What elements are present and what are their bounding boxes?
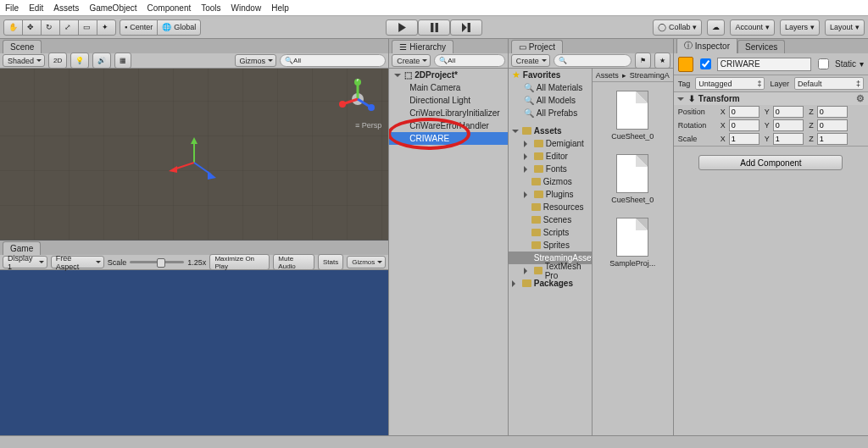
rotation-y[interactable] xyxy=(773,119,804,131)
game-maximize-toggle[interactable]: Maximize On Play xyxy=(209,254,270,270)
tab-hierarchy[interactable]: ☰ Hierarchy xyxy=(392,40,453,53)
pivot-center[interactable]: ▪Center xyxy=(120,19,158,36)
game-display-dropdown[interactable]: Display 1 xyxy=(3,256,47,268)
game-gizmos-dropdown[interactable]: Gizmos xyxy=(347,256,386,268)
layout-dropdown[interactable]: Layout ▾ xyxy=(825,19,865,36)
project-create-dropdown[interactable]: Create xyxy=(511,54,550,67)
component-header[interactable]: ⬇ Transform⚙ xyxy=(674,92,868,105)
hierarchy-item[interactable]: CriWareLibraryInitializer xyxy=(389,107,507,119)
asset-folder[interactable]: Sprites xyxy=(509,239,592,252)
menu-gameobject[interactable]: GameObject xyxy=(89,3,136,13)
favorite-item[interactable]: 🔍All Materials xyxy=(509,81,592,94)
project-asset[interactable]: CueSheet_0 xyxy=(615,91,650,141)
gameobject-name-field[interactable]: CRIWARE xyxy=(717,58,811,71)
transform-gizmo[interactable] xyxy=(169,137,220,188)
scale-x[interactable] xyxy=(729,133,760,145)
game-stats-toggle[interactable]: Stats xyxy=(318,254,343,270)
position-y[interactable] xyxy=(773,106,804,118)
asset-folder[interactable]: TextMesh Pro xyxy=(509,264,592,277)
menu-file[interactable]: File xyxy=(5,3,19,13)
position-x[interactable] xyxy=(729,106,760,118)
scene-light-toggle[interactable]: 💡 xyxy=(70,53,89,69)
scene-shading-dropdown[interactable]: Shaded xyxy=(3,54,45,67)
position-z[interactable] xyxy=(817,106,848,118)
game-aspect-dropdown[interactable]: Free Aspect xyxy=(51,256,104,268)
orientation-gizmo[interactable]: y xyxy=(337,79,378,119)
rotation-z[interactable] xyxy=(817,119,848,131)
asset-folder[interactable]: Editor xyxy=(509,150,592,163)
asset-folder[interactable]: Resources xyxy=(509,201,592,213)
assets-root[interactable]: Assets xyxy=(509,124,592,137)
add-component-button[interactable]: Add Component xyxy=(698,155,843,170)
tag-dropdown[interactable]: Untagged‡ xyxy=(695,77,765,90)
hierarchy-scene-root[interactable]: ⬚ 2DProject* xyxy=(389,69,507,81)
breadcrumb-item[interactable]: Assets xyxy=(596,71,619,80)
pivot-global[interactable]: 🌐Global xyxy=(157,19,201,36)
pause-button[interactable] xyxy=(418,19,450,36)
active-checkbox[interactable] xyxy=(700,58,711,69)
hierarchy-item[interactable]: Main Camera xyxy=(389,81,507,94)
game-view[interactable] xyxy=(0,270,388,435)
project-tree[interactable]: ★Favorites 🔍All Materials 🔍All Models 🔍A… xyxy=(509,69,593,435)
hierarchy-search[interactable]: 🔍All xyxy=(434,54,504,67)
hand-tool[interactable]: ✋ xyxy=(3,19,23,36)
game-mute-toggle[interactable]: Mute Audio xyxy=(273,254,314,270)
scene-2d-toggle[interactable]: 2D xyxy=(48,53,67,69)
gear-icon[interactable]: ⚙ xyxy=(856,93,865,104)
scale-tool[interactable]: ⤢ xyxy=(59,19,79,36)
rotation-x[interactable] xyxy=(729,119,760,131)
hierarchy-item[interactable]: CriWareErrorHandler xyxy=(389,119,507,132)
static-checkbox[interactable] xyxy=(818,58,829,69)
gameobject-icon[interactable] xyxy=(678,57,693,72)
scale-y[interactable] xyxy=(773,133,804,145)
scene-fx-toggle[interactable]: ▦ xyxy=(114,53,131,69)
asset-folder[interactable]: Gizmos xyxy=(509,175,592,188)
hierarchy-item[interactable]: Directional Light xyxy=(389,94,507,107)
tab-services[interactable]: Services xyxy=(737,40,785,53)
asset-folder[interactable]: Fonts xyxy=(509,163,592,175)
menu-edit[interactable]: Edit xyxy=(29,3,43,13)
multi-tool[interactable]: ✦ xyxy=(97,19,116,36)
hierarchy-tree[interactable]: ⬚ 2DProject* Main Camera Directional Lig… xyxy=(389,69,507,435)
hierarchy-item-selected[interactable]: CRIWARE xyxy=(389,132,507,145)
menu-component[interactable]: Component xyxy=(147,3,192,13)
account-dropdown[interactable]: Account ▾ xyxy=(730,19,775,36)
menu-assets[interactable]: Assets xyxy=(53,3,79,13)
layers-dropdown[interactable]: Layers ▾ xyxy=(780,19,820,36)
play-button[interactable] xyxy=(386,19,418,36)
project-star-icon[interactable]: ★ xyxy=(654,53,670,69)
scene-search[interactable]: 🔍All xyxy=(280,54,386,67)
collab-dropdown[interactable]: ◯ Collab ▾ xyxy=(653,19,703,36)
tab-scene[interactable]: Scene xyxy=(3,40,42,53)
asset-folder[interactable]: Plugins xyxy=(509,188,592,201)
layer-dropdown[interactable]: Default‡ xyxy=(794,77,864,90)
favorites-root[interactable]: ★Favorites xyxy=(509,69,592,81)
tab-project[interactable]: ▭ Project xyxy=(511,40,563,53)
project-search[interactable]: 🔍 xyxy=(554,54,632,67)
project-asset[interactable]: CueSheet_0 xyxy=(615,154,650,204)
tab-inspector[interactable]: ⓘ Inspector xyxy=(676,37,737,53)
project-asset[interactable]: SampleProj... xyxy=(615,218,650,268)
rect-tool[interactable]: ▭ xyxy=(78,19,97,36)
scene-gizmos-dropdown[interactable]: Gizmos xyxy=(235,54,277,67)
asset-folder[interactable]: Scenes xyxy=(509,213,592,226)
move-tool[interactable]: ✥ xyxy=(22,19,42,36)
breadcrumb-item[interactable]: StreamingA xyxy=(630,71,670,80)
favorite-item[interactable]: 🔍All Models xyxy=(509,94,592,107)
step-button[interactable] xyxy=(450,19,482,36)
favorite-item[interactable]: 🔍All Prefabs xyxy=(509,107,592,119)
menu-window[interactable]: Window xyxy=(231,3,262,13)
project-filter-icon[interactable]: ⚑ xyxy=(635,53,651,69)
scene-audio-toggle[interactable]: 🔊 xyxy=(92,53,111,69)
menu-tools[interactable]: Tools xyxy=(201,3,220,13)
hierarchy-create-dropdown[interactable]: Create xyxy=(392,54,431,67)
game-scale-slider[interactable] xyxy=(130,261,184,263)
rotate-tool[interactable]: ↻ xyxy=(41,19,60,36)
scale-z[interactable] xyxy=(817,133,848,145)
scene-view[interactable]: y ≡ Persp xyxy=(0,69,388,241)
breadcrumb[interactable]: Assets ▸ StreamingA xyxy=(593,69,673,82)
asset-folder[interactable]: Scripts xyxy=(509,226,592,239)
cloud-button[interactable]: ☁ xyxy=(707,19,725,36)
asset-folder[interactable]: Demigiant xyxy=(509,137,592,150)
menu-help[interactable]: Help xyxy=(271,3,289,13)
